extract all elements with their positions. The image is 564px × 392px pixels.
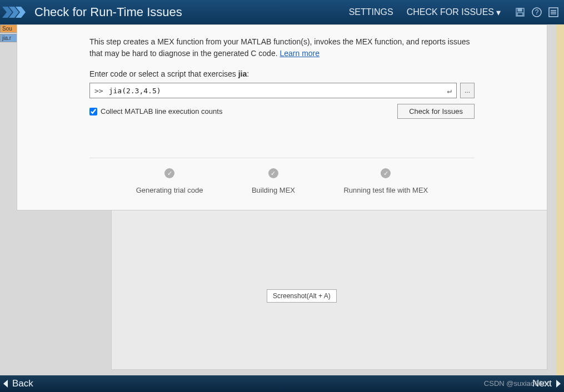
settings-link[interactable]: SETTINGS [342,7,400,17]
check-icon: ✓ [164,168,174,178]
save-icon[interactable] [514,6,526,18]
browse-button[interactable]: ... [460,83,475,98]
right-edge-strip [556,24,564,375]
check-icon: ✓ [381,168,391,178]
step-label-running: Running test file with MEX [343,186,428,194]
check-icon: ✓ [268,168,278,178]
back-button[interactable]: Back [2,378,33,389]
step-label-building: Building MEX [252,186,295,194]
step-building: ✓ Building MEX [252,168,295,194]
back-label: Back [12,378,33,389]
code-prompt-label: Enter code or select a script that exerc… [89,69,475,78]
page-title: Check for Run-Time Issues [34,5,182,19]
svg-text:?: ? [535,8,539,16]
check-for-issues-dropdown[interactable]: CHECK FOR ISSUES ▾ [400,7,507,18]
help-icon[interactable]: ? [531,6,543,18]
learn-more-link[interactable]: Learn more [279,49,320,58]
screenshot-tooltip: Screenshot(Alt + A) [267,289,337,303]
prompt-target: jia [238,69,247,78]
title-bar: Check for Run-Time Issues SETTINGS CHECK… [0,0,564,24]
chevron-down-icon: ▾ [496,7,501,18]
svg-marker-12 [3,380,8,388]
footer-nav: Back Next [0,375,564,392]
svg-marker-13 [556,380,561,388]
prompt-prefix: Enter code or select a script that exerc… [89,69,238,78]
check-for-issues-button[interactable]: Check for Issues [397,104,475,119]
main-content-panel: This step creates a MEX function from yo… [17,24,547,210]
watermark-text: CSDN @suxiao6666 [484,379,551,388]
check-dropdown-label: CHECK FOR ISSUES [407,7,494,17]
step-label-generating: Generating trial code [136,186,203,194]
checkbox-label: Collect MATLAB line execution counts [101,107,222,115]
settings-label: SETTINGS [349,7,393,17]
enter-icon: ↵ [447,86,452,95]
step-running: ✓ Running test file with MEX [343,168,428,194]
menu-icon[interactable] [547,6,560,18]
code-input[interactable]: >> jia(2.3,4.5) ↵ [89,83,457,98]
progress-steps: ✓ Generating trial code ✓ Building MEX ✓… [89,158,475,194]
svg-rect-4 [518,8,522,11]
code-input-value: jia(2.3,4.5) [109,87,447,95]
collect-counts-checkbox-wrap[interactable]: Collect MATLAB line execution counts [89,107,222,115]
wizard-step-indicator [0,0,34,24]
collect-counts-checkbox[interactable] [89,108,97,115]
step-generating: ✓ Generating trial code [136,168,203,194]
description-text: This step creates a MEX function from yo… [89,36,475,59]
svg-rect-5 [517,13,523,16]
code-prompt-symbol: >> [94,87,103,95]
